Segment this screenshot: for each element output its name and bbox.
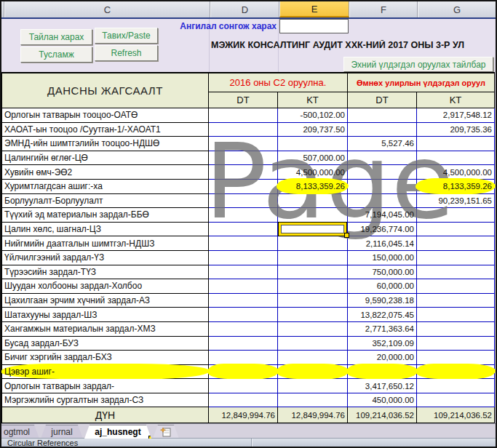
account-cell-g[interactable] [417, 308, 495, 322]
account-cell-d[interactable] [209, 151, 278, 166]
account-row-label[interactable]: Шатахууны зардал-ШЗ [2, 308, 209, 322]
account-row-label[interactable]: Орлогын татварын зардал- [2, 379, 209, 393]
account-row-label[interactable]: Хувийн өмч-ЭӨ2 [2, 165, 209, 180]
column-header-f[interactable]: F [349, 1, 418, 17]
account-cell-f[interactable] [348, 123, 417, 137]
account-cell-g[interactable] [417, 236, 495, 251]
account-cell-g[interactable] [417, 337, 495, 351]
account-cell-e[interactable] [278, 194, 348, 209]
account-row-label[interactable]: Бичиг хэргийн зардал-БХЗ [2, 351, 209, 365]
account-cell-g[interactable] [417, 265, 495, 280]
report-view-button[interactable]: Тайлан харах [20, 29, 92, 45]
account-cell-f[interactable] [348, 165, 417, 180]
opening-balance-note-button[interactable]: Эхний үлдэгдэл оруулах тайлбар [343, 57, 493, 72]
account-cell-f[interactable]: 19,236,774.00 [348, 223, 417, 237]
account-cell-g[interactable] [417, 379, 495, 393]
account-row-label[interactable]: Хангамжын материалын зардал-ХМЗ [2, 322, 209, 337]
account-cell-d[interactable] [209, 223, 278, 237]
account-cell-e[interactable] [278, 365, 348, 380]
account-cell-d[interactable] [209, 294, 278, 308]
account-cell-g[interactable]: 90,239,151.65 [417, 194, 495, 209]
column-header-e[interactable]: E [279, 1, 349, 17]
account-cell-g[interactable]: 8,133,359.26 [417, 180, 495, 194]
account-cell-d[interactable] [209, 322, 278, 337]
account-cell-d[interactable] [209, 165, 278, 180]
account-cell-g[interactable] [417, 365, 495, 380]
account-cell-d[interactable] [209, 393, 278, 408]
account-cell-d[interactable] [209, 379, 278, 393]
account-cell-d[interactable] [209, 180, 278, 194]
account-cell-e[interactable]: 209,737.50 [278, 123, 348, 137]
account-row-label[interactable]: Мэргэжлийн сургалтын зардал-СЗ [2, 393, 209, 408]
account-cell-d[interactable] [209, 123, 278, 137]
account-cell-e[interactable] [278, 308, 348, 322]
account-cell-e[interactable] [278, 236, 348, 251]
account-cell-g[interactable] [417, 137, 495, 151]
account-cell-e[interactable] [278, 279, 348, 294]
account-cell-d[interactable] [209, 337, 278, 351]
account-row-label[interactable]: Цахилгаан эрчим хүчний зардал-АЗ [2, 294, 209, 308]
account-row-label[interactable]: Нийгмийн даатгалын шимтгэл-НДШЗ [2, 236, 209, 251]
account-cell-f[interactable] [348, 151, 417, 166]
account-cell-f[interactable] [348, 180, 417, 194]
account-cell-d[interactable] [209, 108, 278, 123]
account-cell-e[interactable] [278, 208, 348, 223]
account-row-label[interactable]: Цалин хөлс, шагнал-ЦЗ [2, 223, 209, 237]
account-cell-f[interactable]: 20,000.00 [348, 351, 417, 365]
account-row-label[interactable]: Түүхий эд материалын зардал-ББӨ [2, 208, 209, 223]
account-row-label[interactable]: Түрээсийн зардал-ТҮЗ [2, 265, 209, 280]
account-row-label[interactable]: Бусад зардал-БУЗ [2, 337, 209, 351]
account-cell-g[interactable] [417, 208, 495, 223]
account-cell-e[interactable]: -500,102.00 [278, 108, 348, 123]
account-row-label[interactable]: Хуримтлагдсан ашиг:-ха [2, 180, 209, 194]
account-row-label[interactable]: Цэвэр ашиг- [2, 365, 209, 380]
account-cell-f[interactable]: 352,109.09 [348, 337, 417, 351]
account-cell-f[interactable]: 13,822,075.45 [348, 308, 417, 322]
account-cell-f[interactable] [348, 108, 417, 123]
account-cell-e[interactable] [278, 351, 348, 365]
account-cell-d[interactable] [209, 365, 278, 380]
sheet-tab-aj-husnegt[interactable]: aj_husnegt [84, 425, 151, 439]
account-cell-e[interactable] [278, 265, 348, 280]
account-cell-f[interactable]: 750,000.00 [348, 265, 417, 280]
account-cell-d[interactable] [209, 236, 278, 251]
account-cell-f[interactable]: 9,590,238.18 [348, 294, 417, 308]
account-cell-g[interactable] [417, 322, 495, 337]
account-cell-e[interactable] [278, 251, 348, 265]
account-cell-g[interactable]: 209,735.36 [417, 123, 495, 137]
account-cell-g[interactable] [417, 393, 495, 408]
account-cell-e[interactable] [278, 294, 348, 308]
account-cell-g[interactable] [417, 351, 495, 365]
account-cell-f[interactable]: 2,116,045.14 [348, 236, 417, 251]
help-button[interactable]: Тусламж [20, 47, 92, 63]
account-cell-f[interactable] [348, 365, 417, 380]
account-row-label[interactable]: Борлуулалт-Борлуулалт [2, 194, 209, 209]
account-cell-f[interactable]: 5,527.46 [348, 137, 417, 151]
account-cell-g[interactable] [417, 251, 495, 265]
refresh-button[interactable]: Refresh [95, 45, 158, 61]
column-header-c[interactable]: C [4, 1, 210, 17]
account-cell-e[interactable] [278, 379, 348, 393]
account-cell-g[interactable] [417, 223, 495, 237]
account-cell-f[interactable]: 7,194,045.00 [348, 208, 417, 223]
account-cell-f[interactable] [348, 194, 417, 209]
account-cell-e[interactable] [278, 393, 348, 408]
account-row-label[interactable]: Үйлчилгээний зардал-ҮЗ [2, 251, 209, 265]
account-cell-g[interactable] [417, 279, 495, 294]
account-cell-g[interactable]: 2,917,548.12 [417, 108, 495, 123]
account-cell-g[interactable] [417, 294, 495, 308]
account-row-label[interactable]: ХАОАТ-ын тооцоо /Суутган-1/-ХАОАТ1 [2, 123, 209, 137]
account-row-label[interactable]: Шуудан холбооны зардал-Холбоо [2, 279, 209, 294]
account-cell-d[interactable] [209, 351, 278, 365]
account-cell-f[interactable]: 3,417,650.12 [348, 379, 417, 393]
sheet-tab-jurnal[interactable]: jurnal [41, 425, 83, 439]
account-cell-d[interactable] [209, 308, 278, 322]
account-cell-f[interactable]: 150,000.00 [348, 251, 417, 265]
insert-worksheet-tab[interactable] [153, 425, 179, 439]
category-select-input[interactable] [279, 19, 349, 33]
account-cell-d[interactable] [209, 265, 278, 280]
column-header-d[interactable]: D [210, 1, 279, 17]
account-cell-e[interactable]: 8,133,359.26 [278, 180, 348, 194]
account-cell-f[interactable]: 60,000.00 [348, 279, 417, 294]
account-cell-e[interactable] [278, 322, 348, 337]
